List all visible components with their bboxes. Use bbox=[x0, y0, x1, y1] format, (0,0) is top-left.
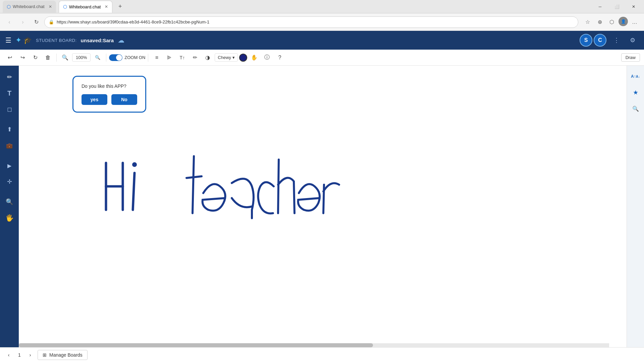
user-c-avatar[interactable]: C bbox=[594, 34, 606, 47]
font-selector[interactable]: Chewy ▾ bbox=[215, 53, 238, 62]
window-controls: ─ ⬜ ✕ bbox=[592, 1, 641, 12]
lock-icon: 🔒 bbox=[49, 19, 54, 24]
app-container: ☰ ✦ 🎓 STUDENT BOARD: unsaved:Sara ☁ S C … bbox=[0, 31, 644, 362]
user-avatars: S C bbox=[580, 34, 606, 47]
undo-button[interactable]: ↩ bbox=[4, 52, 15, 63]
title-bar: ⬡ Whiteboard.chat ✕ ⬡ Whiteboard.chat ✕ … bbox=[0, 0, 644, 13]
left-sidebar: ✏ T ◻ ⬆ 💼 ▶ ✛ 🔍 🖐 bbox=[0, 66, 19, 347]
settings-button[interactable]: ⚙ bbox=[627, 34, 639, 46]
scrollbar-thumb[interactable] bbox=[19, 343, 373, 347]
font-name-text: Chewy bbox=[218, 55, 231, 60]
move-tool[interactable]: ✛ bbox=[2, 174, 17, 189]
no-button[interactable]: No bbox=[111, 94, 137, 105]
dialog-box: Do you like this APP? yes No bbox=[72, 76, 146, 113]
student-board-label: STUDENT BOARD: bbox=[36, 38, 77, 43]
eraser-tool[interactable]: ◻ bbox=[2, 102, 17, 117]
new-tab-button[interactable]: + bbox=[115, 2, 125, 12]
chevron-down-icon: ▾ bbox=[232, 55, 235, 60]
zoom-toggle[interactable]: ZOOM ON bbox=[109, 54, 145, 61]
tab-1-close[interactable]: ✕ bbox=[49, 4, 52, 9]
toolbar-divider-2 bbox=[106, 54, 106, 62]
manage-boards-icon: ⊞ bbox=[43, 352, 47, 358]
profile-avatar[interactable]: 👤 bbox=[619, 17, 628, 26]
url-bar[interactable]: 🔒 https://www.shayr.us/board/39f0cdaa-eb… bbox=[44, 16, 578, 28]
zoom-on-label: ZOOM ON bbox=[124, 55, 145, 60]
app-logo: ✦ 🎓 bbox=[15, 36, 32, 45]
star-icon[interactable]: ☆ bbox=[582, 17, 593, 27]
delete-button[interactable]: 🗑 bbox=[42, 52, 54, 63]
user-s-avatar[interactable]: S bbox=[580, 34, 592, 47]
minimize-button[interactable]: ─ bbox=[592, 1, 608, 12]
color-picker[interactable] bbox=[239, 54, 247, 62]
toolbar: ↩ ↪ ↻ 🗑 🔍 100% 🔍 ZOOM ON ≡ ⫸ T↑ ✏ ◑ bbox=[0, 50, 644, 66]
address-bar: ‹ › ↻ 🔒 https://www.shayr.us/board/39f0c… bbox=[0, 13, 644, 31]
maximize-button[interactable]: ⬜ bbox=[609, 1, 625, 12]
help-button[interactable]: ? bbox=[274, 52, 285, 63]
refresh-button[interactable]: ↻ bbox=[31, 17, 42, 27]
yes-button[interactable]: yes bbox=[82, 94, 107, 105]
upload-tool[interactable]: ⬆ bbox=[2, 122, 17, 137]
toolbar-divider-3 bbox=[148, 54, 148, 62]
tab-1-icon: ⬡ bbox=[7, 4, 11, 9]
pen-tool-button[interactable]: ✏ bbox=[189, 52, 201, 63]
logo-hat-icon: 🎓 bbox=[23, 36, 32, 44]
manage-boards-button[interactable]: ⊞ Manage Boards bbox=[38, 350, 88, 360]
filter-button[interactable]: ⫸ bbox=[164, 52, 175, 63]
toolbar-divider-1 bbox=[56, 54, 57, 62]
extension-icon[interactable]: ⬡ bbox=[606, 17, 617, 27]
text-size-tool[interactable]: A↑A↓ bbox=[629, 70, 642, 83]
bottom-bar: ‹ 1 › ⊞ Manage Boards bbox=[0, 347, 644, 362]
tab-2[interactable]: ⬡ Whiteboard.chat ✕ bbox=[59, 1, 113, 13]
more-options-button[interactable]: ⋮ bbox=[610, 34, 623, 46]
zoom-in-button[interactable]: 🔍 bbox=[59, 52, 71, 63]
zoom-level-display: 100% bbox=[72, 53, 91, 62]
svg-point-0 bbox=[132, 162, 137, 167]
canvas-scrollbar[interactable] bbox=[19, 343, 609, 347]
logo-icon: ✦ bbox=[15, 36, 21, 45]
draw-mode-button[interactable]: Draw bbox=[621, 53, 640, 62]
right-sidebar: A↑A↓ ★ 🔍 bbox=[627, 66, 644, 347]
hand-sidebar-tool[interactable]: 🖐 bbox=[2, 210, 17, 225]
zoom-switch[interactable] bbox=[109, 54, 122, 61]
tab-2-icon: ⬡ bbox=[63, 4, 67, 9]
app-header: ☰ ✦ 🎓 STUDENT BOARD: unsaved:Sara ☁ S C … bbox=[0, 31, 644, 50]
text-tool[interactable]: T bbox=[2, 86, 17, 101]
browser-actions: ☆ ⊕ ⬡ 👤 … bbox=[582, 17, 640, 27]
dialog-buttons: yes No bbox=[82, 94, 137, 105]
contrast-button[interactable]: ◑ bbox=[202, 52, 213, 63]
lines-button[interactable]: ≡ bbox=[151, 52, 162, 63]
menu-icon[interactable]: ☰ bbox=[5, 36, 11, 44]
canvas-area[interactable]: Do you like this APP? yes No bbox=[19, 66, 627, 347]
pointer-tool[interactable]: ▶ bbox=[2, 158, 17, 173]
zoom-level-text: 100% bbox=[76, 55, 87, 60]
page-number: 1 bbox=[16, 352, 23, 358]
forward-button[interactable]: › bbox=[17, 17, 28, 27]
save-to-cloud-icon[interactable]: ☁ bbox=[118, 36, 124, 44]
more-icon[interactable]: … bbox=[629, 17, 640, 27]
magnify-canvas-tool[interactable]: 🔍 bbox=[629, 102, 642, 115]
star-tool[interactable]: ★ bbox=[629, 86, 642, 99]
url-text: https://www.shayr.us/board/39f0cdaa-eb3d… bbox=[57, 19, 209, 24]
prev-page-button[interactable]: ‹ bbox=[4, 350, 13, 360]
next-page-button[interactable]: › bbox=[25, 350, 35, 360]
text-format-button[interactable]: T↑ bbox=[176, 52, 188, 63]
redo-button[interactable]: ↪ bbox=[17, 52, 28, 63]
search-canvas-tool[interactable]: 🔍 bbox=[2, 194, 17, 209]
main-area: ✏ T ◻ ⬆ 💼 ▶ ✛ 🔍 🖐 Do you like this APP? bbox=[0, 66, 644, 347]
dialog-question: Do you like this APP? bbox=[82, 83, 137, 89]
collections-icon[interactable]: ⊕ bbox=[594, 17, 605, 27]
manage-boards-label: Manage Boards bbox=[49, 352, 83, 358]
refresh-canvas-button[interactable]: ↻ bbox=[30, 52, 41, 63]
pen-tool[interactable]: ✏ bbox=[2, 70, 17, 84]
tab-1-label: Whiteboard.chat bbox=[13, 4, 45, 9]
info-button[interactable]: ⓘ bbox=[261, 52, 273, 63]
shapes-tool[interactable]: 💼 bbox=[2, 138, 17, 153]
tab-2-close[interactable]: ✕ bbox=[105, 4, 108, 9]
zoom-out-button[interactable]: 🔍 bbox=[92, 52, 103, 63]
toggle-knob bbox=[116, 55, 122, 61]
hand-tool-button[interactable]: ✋ bbox=[249, 52, 260, 63]
close-button[interactable]: ✕ bbox=[626, 1, 641, 12]
board-name: unsaved:Sara bbox=[81, 38, 114, 43]
tab-1[interactable]: ⬡ Whiteboard.chat ✕ bbox=[3, 1, 56, 13]
back-button[interactable]: ‹ bbox=[4, 17, 15, 27]
